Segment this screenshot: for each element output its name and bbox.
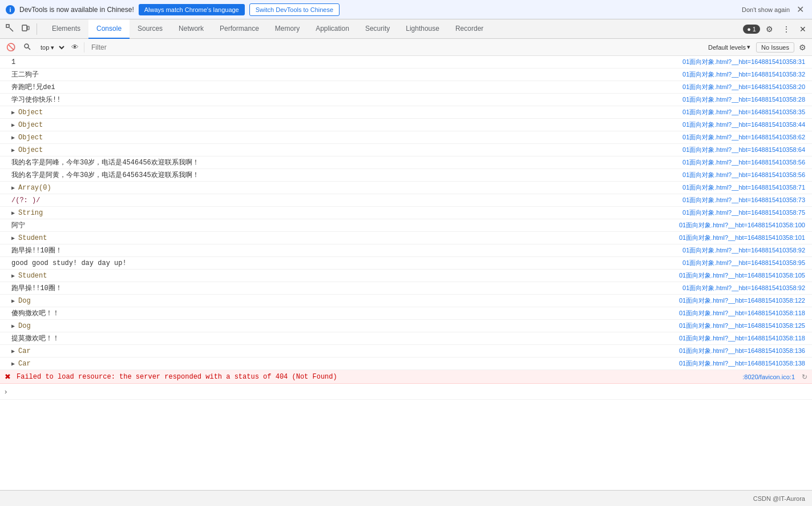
tab-performance[interactable]: Performance [212,19,267,39]
row-content[interactable]: ▶Car [0,347,679,356]
row-content: good good study! day day up! [0,259,682,268]
expand-arrow: ▶ [11,134,15,141]
row-file-link[interactable]: 01面向对象.html?__hbt=1648815410358:56 [682,158,812,167]
error-repeat-icon: ↻ [802,373,812,381]
row-file-link[interactable]: 01面向对象.html?__hbt=1648815410358:75 [682,208,812,217]
row-file-link[interactable]: 01面向对象.html?__hbt=1648815410358:35 [682,108,812,117]
tab-security[interactable]: Security [357,19,398,39]
error-counter-badge: ● 1 [743,25,760,34]
tab-memory[interactable]: Memory [267,19,308,39]
row-content[interactable]: ▶Student [0,234,679,243]
row-content[interactable]: ▶Car [0,359,679,368]
row-content[interactable]: ▶Object [0,121,682,130]
row-file-link[interactable]: 01面向对象.html?__hbt=1648815410358:105 [679,271,812,280]
row-content[interactable]: ▶Student [0,271,679,280]
more-options-button[interactable]: ⋮ [779,22,794,36]
tab-recorder[interactable]: Recorder [447,19,491,39]
tab-sources[interactable]: Sources [130,19,171,39]
expand-arrow: ▶ [11,272,15,279]
object-label: Dog [18,322,31,330]
inspect-element-button[interactable] [2,22,17,36]
row-file-link[interactable]: 01面向对象.html?__hbt=1648815410358:118 [679,309,812,318]
row-content: 王二狗子 [0,69,682,80]
row-content[interactable]: ▶Dog [0,296,679,306]
no-issues-button[interactable]: No Issues [756,42,794,53]
console-row: ▶Dog01面向对象.html?__hbt=1648815410358:125 [0,320,812,332]
row-file-link[interactable]: 01面向对象.html?__hbt=1648815410358:73 [682,196,812,204]
tab-bar-left-controls [2,22,39,36]
row-file-link[interactable]: 01面向对象.html?__hbt=1648815410358:62 [682,133,812,142]
tab-network[interactable]: Network [171,19,212,39]
dont-show-link[interactable]: Don't show again [742,6,790,13]
svg-rect-1 [22,25,27,31]
settings-button[interactable]: ⚙ [762,22,777,36]
console-row: ▶Car01面向对象.html?__hbt=1648815410358:138 [0,358,812,370]
row-file-link[interactable]: 01面向对象.html?__hbt=1648815410358:118 [679,334,812,343]
object-label: Object [18,109,43,117]
row-file-link[interactable]: 01面向对象.html?__hbt=1648815410358:32 [682,70,812,79]
row-content[interactable]: ▶Array(0) [0,183,682,192]
row-file-link[interactable]: 01面向对象.html?__hbt=1648815410358:64 [682,146,812,154]
object-label: Car [18,360,31,368]
row-file-link[interactable]: 01面向对象.html?__hbt=1648815410358:92 [682,284,812,292]
default-levels-button[interactable]: Default levels ▾ [705,42,754,52]
row-file-link[interactable]: 01面向对象.html?__hbt=1648815410358:136 [679,347,812,355]
switch-to-chinese-button[interactable]: Switch DevTools to Chinese [249,3,340,16]
row-file-link[interactable]: 01面向对象.html?__hbt=1648815410358:56 [682,171,812,179]
console-settings-button[interactable]: ⚙ [797,42,809,53]
close-devtools-button[interactable]: ✕ [796,22,810,36]
row-file-link[interactable]: 01面向对象.html?__hbt=1648815410358:31 [682,58,812,66]
row-content[interactable]: ▶Object [0,146,682,155]
object-label: Car [18,347,31,355]
console-row: 学习使你快乐!!01面向对象.html?__hbt=1648815410358:… [0,94,812,106]
match-language-button[interactable]: Always match Chrome's language [139,4,245,15]
console-toolbar: 🚫 top ▾ 👁 Default levels ▾ No Issues ⚙ [0,39,812,56]
expand-arrow: ▶ [11,298,15,304]
tab-lighthouse[interactable]: Lighthouse [398,19,447,39]
console-row: ▶String01面向对象.html?__hbt=1648815410358:7… [0,207,812,219]
regex-label: /(?: )/ [11,196,40,204]
row-file-link[interactable]: 01面向对象.html?__hbt=1648815410358:125 [679,322,812,330]
expand-arrow: ▶ [11,323,15,330]
object-label: Object [18,146,43,154]
row-file-link[interactable]: 01面向对象.html?__hbt=1648815410358:28 [682,95,812,104]
info-bar-close-button[interactable]: ✕ [794,4,806,15]
row-file-link[interactable]: 01面向对象.html?__hbt=1648815410358:100 [679,221,812,230]
filter-button[interactable] [21,42,34,53]
row-file-link[interactable]: 01面向对象.html?__hbt=1648815410358:44 [682,121,812,129]
tab-elements[interactable]: Elements [44,19,88,39]
row-file-link[interactable]: 01面向对象.html?__hbt=1648815410358:20 [682,83,812,91]
expand-arrow: ▶ [11,210,15,216]
main-tabs: Elements Console Sources Network Perform… [44,19,743,39]
row-file-link[interactable]: 01面向对象.html?__hbt=1648815410358:95 [682,259,812,267]
row-file-link[interactable]: 01面向对象.html?__hbt=1648815410358:138 [679,359,812,368]
console-row: 101面向对象.html?__hbt=1648815410358:31 [0,56,812,69]
row-content[interactable]: ▶Dog [0,322,679,331]
eye-button[interactable]: 👁 [68,42,82,53]
row-content[interactable]: ▶Object [0,108,682,117]
expand-arrow: ▶ [11,348,15,355]
svg-line-4 [29,47,31,50]
context-selector[interactable]: top ▾ [36,42,66,53]
row-content: 奔跑吧!兄dei [0,82,682,93]
row-content: /(?: )/ [0,196,682,205]
console-row: ▶Student01面向对象.html?__hbt=1648815410358:… [0,270,812,282]
expand-arrow: ▶ [11,184,15,191]
clear-console-button[interactable]: 🚫 [3,42,18,53]
object-label: Object [18,121,43,129]
row-content[interactable]: ▶String [0,208,682,218]
device-toolbar-button[interactable] [18,22,33,36]
tab-console[interactable]: Console [88,19,130,39]
row-file-link[interactable]: 01面向对象.html?__hbt=1648815410358:122 [679,296,812,305]
error-file-link[interactable]: :8020/favicon.ico:1 [742,374,802,380]
row-file-link[interactable]: 01面向对象.html?__hbt=1648815410358:101 [679,234,812,242]
console-input[interactable] [10,388,812,396]
row-text: 王二狗子 [11,70,39,79]
row-file-link[interactable]: 01面向对象.html?__hbt=1648815410358:92 [682,246,812,255]
filter-input[interactable] [88,42,702,53]
row-text: 阿宁 [11,220,25,230]
row-content[interactable]: ▶Object [0,133,682,142]
tab-application[interactable]: Application [308,19,357,39]
object-label: Student [18,234,47,242]
row-file-link[interactable]: 01面向对象.html?__hbt=1648815410358:71 [682,183,812,192]
